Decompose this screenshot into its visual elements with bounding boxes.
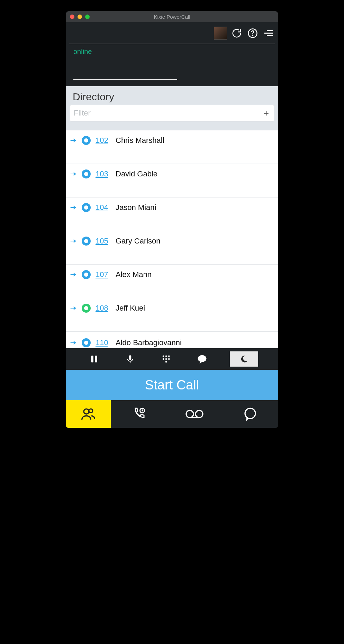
dialpad-icon[interactable] <box>158 351 174 367</box>
contact-row[interactable]: 104Jason Miani <box>66 197 278 231</box>
presence-indicator <box>82 169 91 178</box>
presence-indicator <box>82 237 91 246</box>
nav-messages[interactable] <box>223 400 278 428</box>
presence-indicator <box>82 203 91 212</box>
extension-link[interactable]: 102 <box>96 136 111 145</box>
transfer-arrow-icon[interactable] <box>69 271 77 278</box>
svg-point-13 <box>165 358 167 360</box>
extension-link[interactable]: 105 <box>96 237 111 246</box>
svg-point-18 <box>89 409 93 413</box>
presence-indicator <box>82 338 91 347</box>
svg-rect-6 <box>95 356 97 362</box>
contact-row[interactable]: 102Chris Marshall <box>66 130 278 164</box>
pause-icon[interactable] <box>86 351 102 367</box>
svg-point-14 <box>168 358 170 360</box>
transfer-arrow-icon[interactable] <box>69 137 77 144</box>
dial-input[interactable] <box>73 79 177 80</box>
header: online <box>66 22 278 86</box>
presence-indicator <box>82 304 91 313</box>
contact-name: Alex Mann <box>116 270 152 279</box>
contact-name: Gary Carlson <box>116 237 161 246</box>
contact-row[interactable]: 105Gary Carlson <box>66 231 278 265</box>
theme-toggle[interactable] <box>230 351 258 367</box>
bottom-nav <box>66 400 278 428</box>
extension-link[interactable]: 104 <box>96 203 111 212</box>
transfer-arrow-icon[interactable] <box>69 339 77 347</box>
filter-field: + <box>70 105 274 121</box>
filter-input[interactable] <box>74 109 262 118</box>
nav-voicemail[interactable] <box>166 400 222 428</box>
contact-row[interactable]: 108Jeff Kuei <box>66 298 278 332</box>
help-icon[interactable] <box>246 27 259 39</box>
nav-contacts[interactable] <box>66 400 111 428</box>
contact-name: David Gable <box>116 169 157 178</box>
contact-name: Jeff Kuei <box>116 304 145 313</box>
refresh-icon[interactable] <box>230 27 243 39</box>
directory-panel: Directory + <box>66 86 278 130</box>
microphone-icon[interactable] <box>122 351 138 367</box>
transfer-arrow-icon[interactable] <box>69 170 77 178</box>
transfer-arrow-icon[interactable] <box>69 204 77 211</box>
extension-link[interactable]: 108 <box>96 304 111 313</box>
svg-point-21 <box>196 411 203 418</box>
nav-call-history[interactable] <box>111 400 166 428</box>
svg-point-9 <box>163 356 164 357</box>
extension-link[interactable]: 110 <box>96 338 111 347</box>
svg-point-17 <box>84 409 89 414</box>
svg-point-11 <box>168 356 170 357</box>
svg-point-10 <box>165 356 167 357</box>
avatar[interactable] <box>214 27 227 40</box>
svg-rect-5 <box>91 356 93 362</box>
status-area: online <box>69 44 275 86</box>
chat-icon[interactable] <box>194 351 210 367</box>
status-text: online <box>73 48 271 56</box>
window-title: Kixie PowerCall <box>66 14 278 20</box>
contact-name: Chris Marshall <box>116 136 164 145</box>
svg-point-15 <box>165 361 167 363</box>
svg-point-16 <box>198 355 207 362</box>
presence-indicator <box>82 270 91 279</box>
presence-indicator <box>82 136 91 145</box>
app-window: Kixie PowerCall online Directory + 102C <box>66 11 278 428</box>
svg-point-23 <box>245 408 255 418</box>
svg-point-1 <box>252 35 253 36</box>
transfer-arrow-icon[interactable] <box>69 304 77 312</box>
call-toolbar <box>66 348 278 370</box>
contact-name: Jason Miani <box>116 203 156 212</box>
contact-row[interactable]: 110Aldo Barbagiovanni <box>66 332 278 348</box>
directory-title: Directory <box>70 91 274 103</box>
extension-link[interactable]: 103 <box>96 169 111 178</box>
contact-list: 102Chris Marshall103David Gable104Jason … <box>66 130 278 348</box>
menu-icon[interactable] <box>262 27 275 39</box>
contact-row[interactable]: 103David Gable <box>66 164 278 197</box>
svg-rect-7 <box>129 355 132 360</box>
extension-link[interactable]: 107 <box>96 270 111 279</box>
contact-name: Aldo Barbagiovanni <box>116 338 182 347</box>
transfer-arrow-icon[interactable] <box>69 237 77 245</box>
add-contact-button[interactable]: + <box>262 108 270 119</box>
svg-point-20 <box>186 411 193 418</box>
titlebar: Kixie PowerCall <box>66 11 278 22</box>
start-call-button[interactable]: Start Call <box>66 370 278 400</box>
svg-point-12 <box>163 358 164 360</box>
contact-row[interactable]: 107Alex Mann <box>66 265 278 298</box>
